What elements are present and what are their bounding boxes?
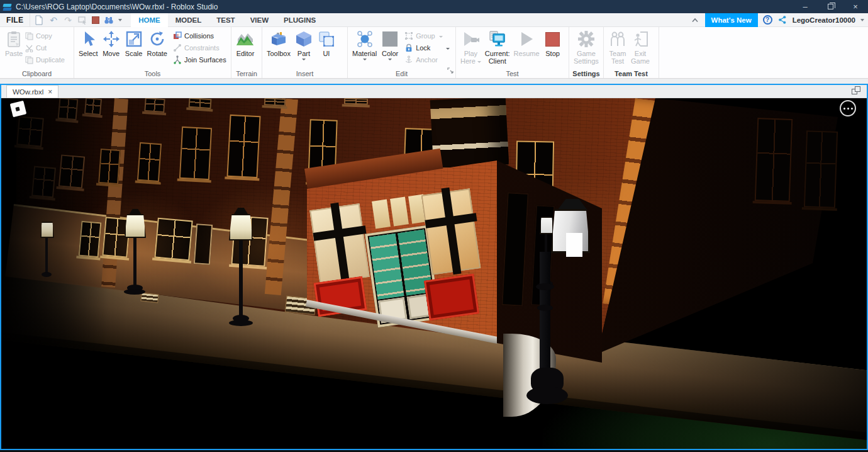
cut-button[interactable]: Cut bbox=[25, 43, 65, 53]
play-here-dropdown-icon bbox=[477, 61, 481, 63]
stop-icon bbox=[545, 30, 560, 48]
team-test-button[interactable]: Team Test bbox=[606, 28, 629, 66]
tab-test[interactable]: TEST bbox=[209, 13, 242, 26]
ellipsis-dot bbox=[843, 108, 845, 110]
tab-view[interactable]: VIEW bbox=[243, 13, 276, 26]
share-icon[interactable] bbox=[777, 15, 787, 25]
tab-model[interactable]: MODEL bbox=[168, 13, 209, 26]
part-button[interactable]: Part bbox=[292, 28, 315, 62]
constraints-toggle-button[interactable]: Constraints bbox=[173, 43, 226, 53]
new-file-icon[interactable] bbox=[34, 15, 44, 25]
game-settings-label-1: Game bbox=[577, 50, 596, 57]
toolbox-button[interactable]: Toolbox bbox=[265, 28, 292, 59]
group-tools: Select Move Scale Rotate Collisions bbox=[74, 27, 231, 78]
redo-icon: ↷ bbox=[63, 15, 73, 25]
play-here-button[interactable]: Play Here bbox=[459, 28, 483, 66]
whats-new-button[interactable]: What's New bbox=[705, 13, 758, 27]
maximize-button[interactable] bbox=[818, 0, 843, 13]
constraints-label: Constraints bbox=[184, 44, 220, 52]
shop-door bbox=[194, 223, 213, 265]
float-window-icon[interactable] bbox=[852, 86, 862, 95]
collisions-label: Collisions bbox=[184, 32, 214, 40]
lock-icon bbox=[404, 43, 413, 52]
move-tool-button[interactable]: Move bbox=[100, 28, 123, 59]
wall-vent bbox=[140, 293, 159, 303]
lamp-lit-pane bbox=[566, 233, 582, 257]
window-dark bbox=[755, 118, 793, 202]
select-tool-button[interactable]: Select bbox=[77, 28, 100, 59]
quick-access-dropdown-icon[interactable] bbox=[118, 19, 122, 21]
window-title: C:\Users\ROG Laptop\Documents\WOw.rbxl -… bbox=[16, 3, 218, 11]
user-dropdown-icon[interactable] bbox=[860, 19, 864, 21]
group-edit: Material Color Group Lock Anchor bbox=[348, 27, 456, 78]
stop-label: Stop bbox=[545, 50, 560, 57]
color-button[interactable]: Color bbox=[379, 28, 401, 62]
close-button[interactable]: × bbox=[843, 0, 868, 13]
scale-label: Scale bbox=[125, 50, 143, 57]
part-dropdown-icon[interactable] bbox=[302, 59, 306, 60]
game-settings-button[interactable]: Game Settings bbox=[572, 28, 601, 66]
constraints-icon bbox=[173, 43, 182, 52]
tab-home[interactable]: HOME bbox=[131, 13, 168, 26]
join-surfaces-label: Join Surfaces bbox=[184, 56, 226, 64]
copy-button[interactable]: Copy bbox=[25, 31, 65, 41]
select-cursor-icon bbox=[80, 30, 96, 48]
tab-close-icon[interactable]: × bbox=[48, 88, 52, 96]
tab-plugins[interactable]: PLUGINS bbox=[276, 13, 323, 26]
duplicate-button[interactable]: Duplicate bbox=[25, 55, 65, 65]
stop-button[interactable]: Stop bbox=[542, 28, 564, 59]
group-label-terrain: Terrain bbox=[231, 70, 262, 77]
help-icon[interactable]: ? bbox=[763, 15, 772, 25]
find-binoculars-icon[interactable] bbox=[104, 15, 114, 25]
shop-window bbox=[154, 218, 192, 261]
edit-dialog-launcher-icon[interactable] bbox=[447, 65, 453, 76]
resume-button[interactable]: Resume bbox=[512, 28, 542, 59]
exit-door-icon bbox=[632, 30, 649, 48]
wainscot-panel bbox=[424, 274, 479, 321]
rotate-tool-button[interactable]: Rotate bbox=[145, 28, 169, 59]
part-label: Part bbox=[298, 50, 310, 57]
collapse-ribbon-chevron-icon[interactable] bbox=[690, 15, 700, 25]
title-bar: C:\Users\ROG Laptop\Documents\WOw.rbxl -… bbox=[0, 0, 868, 13]
ribbon-gap-strip bbox=[0, 79, 868, 84]
rotate-icon bbox=[148, 30, 166, 48]
collisions-toggle-button[interactable]: Collisions bbox=[173, 31, 226, 41]
document-cursor-icon bbox=[77, 15, 87, 25]
user-account-menu[interactable]: LegoCreator10000 bbox=[793, 16, 855, 24]
brick-color-swatch[interactable] bbox=[92, 16, 99, 24]
group-label: Group bbox=[416, 32, 435, 40]
terrain-editor-button[interactable]: Editor bbox=[234, 28, 257, 59]
anchor-button[interactable]: Anchor bbox=[404, 55, 450, 65]
group-label-insert: Insert bbox=[262, 70, 347, 77]
exit-game-button[interactable]: Exit Game bbox=[629, 28, 652, 66]
group-label-team-test: Team Test bbox=[604, 70, 659, 77]
group-terrain: Editor Terrain bbox=[231, 27, 262, 78]
file-menu-button[interactable]: FILE bbox=[0, 13, 30, 26]
ui-button[interactable]: UI bbox=[315, 28, 338, 59]
material-button[interactable]: Material bbox=[350, 28, 379, 62]
minimize-button[interactable]: – bbox=[793, 0, 818, 13]
left-darkness bbox=[1, 98, 108, 449]
lock-dropdown-icon[interactable] bbox=[446, 48, 450, 50]
join-surfaces-button[interactable]: Join Surfaces bbox=[173, 55, 226, 65]
scale-tool-button[interactable]: Scale bbox=[123, 28, 145, 59]
paste-label: Paste bbox=[5, 50, 23, 57]
maximize-icon bbox=[828, 4, 833, 9]
material-dropdown-icon[interactable] bbox=[363, 59, 367, 60]
group-label-clipboard: Clipboard bbox=[0, 70, 74, 77]
ellipsis-dot bbox=[847, 108, 849, 110]
current-client-button[interactable]: Current: Client bbox=[483, 28, 512, 66]
paste-button[interactable]: Paste bbox=[3, 28, 25, 59]
document-tab-wow[interactable]: WOw.rbxl × bbox=[6, 85, 58, 98]
viewport-ellipsis-menu-button[interactable] bbox=[840, 100, 856, 116]
document-tab-label: WOw.rbxl bbox=[13, 88, 43, 96]
scale-icon bbox=[125, 30, 143, 48]
group-label-tools: Tools bbox=[74, 70, 231, 77]
3d-viewport[interactable] bbox=[1, 98, 867, 449]
duplicate-label: Duplicate bbox=[36, 56, 65, 64]
color-dropdown-icon[interactable] bbox=[388, 59, 392, 60]
lock-button[interactable]: Lock bbox=[404, 43, 450, 53]
window bbox=[188, 98, 211, 109]
move-arrows-icon bbox=[103, 30, 120, 48]
group-button[interactable]: Group bbox=[404, 31, 450, 41]
